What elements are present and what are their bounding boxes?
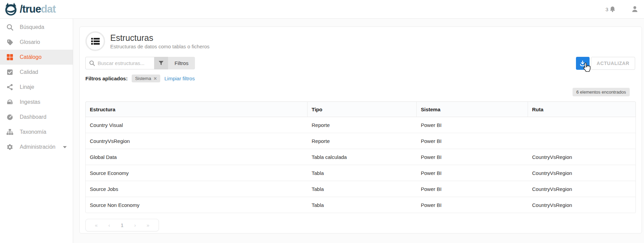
sidebar-item-catalogo[interactable]: Catálogo — [0, 50, 73, 65]
sidebar-item-busqueda[interactable]: Búsqueda — [0, 20, 73, 35]
sidebar-item-label: Búsqueda — [20, 24, 44, 30]
page-subtitle: Estructuras de datos como tablas o fiche… — [110, 44, 210, 49]
column-header-sistema[interactable]: Sistema — [417, 101, 528, 117]
sidebar-item-label: Calidad — [20, 69, 38, 75]
filter-funnel-button[interactable] — [154, 57, 168, 69]
drive-icon — [6, 99, 14, 106]
pagination-page-1[interactable]: 1 — [116, 222, 129, 228]
sidebar-item-label: Catálogo — [20, 54, 42, 60]
search-icon — [89, 60, 95, 66]
main-content: Estructuras Estructuras de datos como ta… — [73, 19, 644, 243]
pagination: « ‹ 1 › » — [85, 219, 159, 231]
column-header-ruta[interactable]: Ruta — [528, 101, 636, 117]
table-row[interactable]: Source Non EconomyTablaPower BICountryVs… — [85, 197, 636, 213]
search-structures-input-wrap — [85, 57, 154, 69]
estructuras-card: Estructuras Estructuras de datos como ta… — [79, 27, 642, 233]
chevron-down-icon — [63, 146, 67, 148]
sidebar-item-taxonomia[interactable]: Taxonomía — [0, 125, 73, 140]
table-row[interactable]: Source EconomyTablaPower BICountryVsRegi… — [85, 165, 636, 181]
gauge-icon — [6, 114, 14, 120]
sidebar-item-dashboard[interactable]: Dashboard — [0, 110, 73, 125]
sidebar-item-glosario[interactable]: Glosario — [0, 35, 73, 50]
page-title: Estructuras — [110, 33, 210, 43]
share-icon — [6, 84, 14, 91]
download-button[interactable] — [576, 57, 590, 70]
table-header-row: Estructura Tipo Sistema Ruta — [85, 101, 636, 117]
sidebar-item-ingestas[interactable]: Ingestas — [0, 95, 73, 110]
clear-filters-link[interactable]: Limpiar filtros — [164, 76, 195, 81]
sidebar-item-label: Administración — [20, 144, 55, 150]
structures-list-icon — [85, 31, 105, 51]
actualizar-button[interactable]: ACTUALIZAR — [591, 57, 635, 70]
table-row[interactable]: Global DataTabla calculadaPower BICountr… — [85, 149, 636, 165]
pagination-last-button[interactable]: » — [142, 222, 154, 228]
table-row[interactable]: CountryVsRegionReportePower BI — [85, 133, 636, 149]
sidebar-item-calidad[interactable]: Calidad — [0, 65, 73, 80]
sidebar-item-administracion[interactable]: Administración — [0, 140, 73, 155]
notification-count: 3 — [606, 6, 608, 12]
table-row[interactable]: Source JobsTablaPower BICountryVsRegion — [85, 181, 636, 197]
owl-logo-icon — [3, 2, 18, 16]
sidebar-item-label: Linaje — [20, 84, 34, 90]
sidebar-item-label: Dashboard — [20, 114, 46, 120]
search-icon — [6, 24, 14, 31]
sidebar-item-label: Taxonomía — [20, 129, 46, 135]
sidebar-item-linaje[interactable]: Linaje — [0, 80, 73, 95]
pagination-first-button[interactable]: « — [90, 222, 103, 228]
top-header: /truedat 3 — [0, 0, 644, 19]
sidebar-nav: Búsqueda Glosario Catálogo Calidad Linaj… — [0, 19, 73, 243]
pagination-next-button[interactable]: › — [129, 222, 142, 228]
column-header-tipo[interactable]: Tipo — [308, 101, 417, 117]
column-header-estructura[interactable]: Estructura — [85, 101, 308, 117]
gear-icon — [6, 144, 14, 150]
sidebar-item-label: Ingestas — [20, 99, 40, 105]
truedat-logo[interactable]: /truedat — [3, 2, 56, 16]
table-row[interactable]: Country VisualReportePower BI — [85, 117, 636, 133]
notifications-button[interactable]: 3 — [606, 6, 616, 13]
sitemap-icon — [6, 129, 14, 135]
filters-button[interactable]: Filtros — [168, 57, 195, 69]
filter-chip-sistema[interactable]: Sistema ✕ — [132, 75, 160, 82]
remove-filter-icon[interactable]: ✕ — [153, 76, 157, 81]
grid-icon — [6, 54, 14, 61]
check-square-icon — [6, 69, 14, 76]
results-count-badge: 6 elementos encontrados — [573, 88, 630, 96]
structures-table: Estructura Tipo Sistema Ruta Country Vis… — [85, 101, 636, 213]
pagination-prev-button[interactable]: ‹ — [103, 222, 116, 228]
applied-filters-label: Filtros aplicados: — [85, 76, 128, 81]
search-structures-input[interactable] — [98, 60, 149, 66]
brand-wordmark: /truedat — [20, 3, 56, 15]
tag-icon — [6, 39, 14, 46]
bell-icon — [609, 6, 616, 13]
sidebar-item-label: Glosario — [20, 39, 40, 45]
user-menu-button[interactable] — [631, 5, 639, 13]
